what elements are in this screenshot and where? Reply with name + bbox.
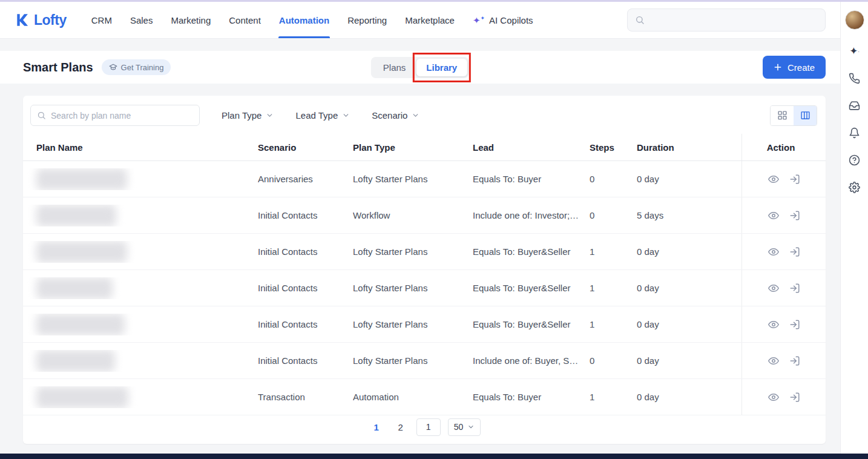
- column-header-scenario: Scenario: [258, 142, 353, 153]
- table-row[interactable]: Initial Contacts Lofty Starter Plans Equ…: [23, 306, 826, 343]
- create-button[interactable]: Create: [763, 56, 826, 79]
- preview-eye-icon[interactable]: [768, 319, 779, 330]
- table-view-icon: [800, 110, 810, 121]
- page-button-2[interactable]: 2: [392, 418, 409, 435]
- preview-eye-icon[interactable]: [768, 210, 779, 221]
- cell-plan-name: [23, 314, 258, 335]
- cell-steps: 0: [590, 355, 637, 366]
- cell-plan-type: Lofty Starter Plans: [353, 319, 473, 329]
- column-header-lead: Lead: [473, 142, 590, 153]
- settings-gear-icon[interactable]: [849, 181, 861, 193]
- nav-item-automation[interactable]: Automation: [270, 2, 338, 38]
- cell-scenario: Initial Contacts: [258, 210, 353, 220]
- grid-view-icon: [777, 110, 787, 121]
- view-mode-toggle: [770, 105, 817, 126]
- global-search-input[interactable]: [649, 15, 818, 25]
- preview-eye-icon[interactable]: [768, 282, 779, 294]
- bottom-dark-bar: [0, 454, 868, 459]
- apply-plan-icon[interactable]: [789, 319, 800, 330]
- table-row[interactable]: Initial Contacts Workflow Include one of…: [23, 197, 826, 234]
- apply-plan-icon[interactable]: [789, 391, 800, 403]
- table-row[interactable]: Initial Contacts Lofty Starter Plans Inc…: [23, 343, 826, 379]
- table-header-row: Plan Name Scenario Plan Type Lead Steps …: [23, 134, 826, 161]
- cell-duration: 0 day: [637, 246, 741, 257]
- cell-duration: 0 day: [637, 174, 741, 184]
- scenario-filter-label: Scenario: [372, 110, 407, 121]
- apply-plan-icon[interactable]: [789, 246, 800, 257]
- cell-plan-name: [23, 277, 258, 299]
- table-row[interactable]: Initial Contacts Lofty Starter Plans Equ…: [23, 234, 826, 270]
- nav-item-reporting[interactable]: Reporting: [338, 2, 396, 38]
- cell-action: [741, 234, 826, 269]
- lofty-logo[interactable]: Lofty: [15, 12, 67, 28]
- redacted-plan-name: [36, 241, 127, 263]
- nav-item-marketing[interactable]: Marketing: [162, 2, 220, 38]
- apply-plan-icon[interactable]: [789, 173, 800, 185]
- plan-search-input[interactable]: [51, 111, 193, 121]
- preview-eye-icon[interactable]: [768, 355, 779, 366]
- chevron-down-icon: [467, 423, 475, 431]
- lead-type-filter[interactable]: Lead Type: [295, 110, 350, 121]
- cell-duration: 0 day: [637, 355, 741, 366]
- cell-plan-type: Automation: [353, 392, 473, 402]
- nav-item-ai-copilots[interactable]: ✦✦ AI Copilots: [464, 2, 542, 38]
- cell-lead: Equals To: Buyer&Seller: [473, 319, 590, 329]
- apply-plan-icon[interactable]: [789, 282, 800, 294]
- inbox-icon[interactable]: [849, 99, 861, 111]
- plan-type-filter[interactable]: Plan Type: [222, 110, 274, 121]
- nav-item-crm[interactable]: CRM: [82, 2, 121, 38]
- cell-plan-type: Lofty Starter Plans: [353, 246, 473, 257]
- lead-type-filter-label: Lead Type: [295, 110, 338, 121]
- cell-steps: 1: [590, 246, 637, 257]
- column-header-plan-name: Plan Name: [23, 142, 258, 153]
- column-header-steps: Steps: [590, 142, 637, 153]
- nav-item-marketplace[interactable]: Marketplace: [396, 2, 464, 38]
- cell-plan-name: [23, 241, 258, 263]
- preview-eye-icon[interactable]: [768, 173, 779, 185]
- scenario-filter[interactable]: Scenario: [372, 110, 419, 121]
- nav-item-sales[interactable]: Sales: [121, 2, 162, 38]
- phone-icon[interactable]: [849, 72, 861, 84]
- cell-plan-type: Lofty Starter Plans: [353, 355, 473, 366]
- apply-plan-icon[interactable]: [789, 355, 800, 366]
- help-icon[interactable]: [849, 154, 861, 166]
- cell-steps: 1: [590, 283, 637, 293]
- page-size-select[interactable]: 50: [448, 418, 481, 436]
- notifications-bell-icon[interactable]: [849, 127, 861, 139]
- right-tool-rail: ✦.: [840, 2, 868, 454]
- chevron-down-icon: [412, 111, 419, 119]
- global-search: [627, 8, 826, 31]
- apply-plan-icon[interactable]: [789, 210, 800, 221]
- cell-duration: 0 day: [637, 392, 741, 402]
- table-row[interactable]: Anniversaries Lofty Starter Plans Equals…: [23, 161, 826, 197]
- table-row[interactable]: Initial Contacts Lofty Starter Plans Equ…: [23, 270, 826, 306]
- tab-plans[interactable]: Plans: [373, 59, 416, 76]
- cell-action: [741, 270, 826, 306]
- redacted-plan-name: [36, 205, 116, 226]
- preview-eye-icon[interactable]: [768, 391, 779, 403]
- table-view-button[interactable]: [794, 106, 817, 125]
- nav-item-content[interactable]: Content: [220, 2, 270, 38]
- plan-type-filter-label: Plan Type: [222, 110, 261, 121]
- cell-steps: 0: [590, 210, 637, 220]
- ai-sparkle-icon: ✦✦: [473, 16, 485, 25]
- get-training-badge[interactable]: Get Training: [102, 59, 171, 75]
- search-icon: [37, 111, 46, 120]
- training-cap-icon: [109, 63, 117, 71]
- cell-lead: Equals To: Buyer&Seller: [473, 283, 590, 293]
- grid-view-button[interactable]: [771, 106, 794, 125]
- ai-assistant-icon[interactable]: ✦.: [849, 45, 861, 57]
- page-jump-input[interactable]: [416, 418, 441, 436]
- cell-scenario: Initial Contacts: [258, 283, 353, 293]
- preview-eye-icon[interactable]: [768, 246, 779, 257]
- redacted-plan-name: [36, 386, 128, 408]
- cell-plan-name: [23, 205, 258, 226]
- cell-action: [741, 197, 826, 233]
- page-button-1[interactable]: 1: [368, 418, 385, 435]
- cell-duration: 5 days: [637, 210, 741, 220]
- tab-library[interactable]: Library: [416, 59, 467, 76]
- user-avatar[interactable]: [845, 10, 864, 30]
- cell-scenario: Transaction: [258, 392, 353, 402]
- cell-lead: Include one of: Investor;…: [473, 210, 590, 220]
- cell-steps: 1: [590, 392, 637, 402]
